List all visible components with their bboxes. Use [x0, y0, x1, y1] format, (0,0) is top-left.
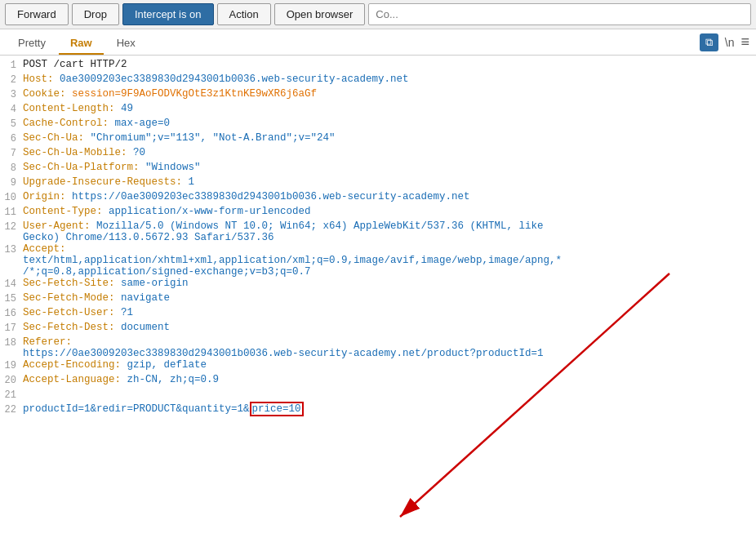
line-number: 7: [0, 147, 23, 159]
line-content: Sec-Fetch-User: ?1: [23, 307, 756, 318]
line-content: Sec-Fetch-Mode: navigate: [23, 292, 756, 304]
line-content: Accept-Language: zh-CN, zh;q=0.9: [23, 374, 756, 385]
table-row: 7Sec-Ch-Ua-Mobile: ?0: [0, 147, 756, 162]
forward-button[interactable]: Forward: [5, 3, 69, 25]
line-content: Sec-Fetch-Dest: document: [23, 322, 756, 333]
table-row: 20Accept-Language: zh-CN, zh;q=0.9: [0, 374, 756, 389]
line-content: Accept: text/html,application/xhtml+xml,…: [23, 243, 756, 278]
table-row: 19Accept-Encoding: gzip, deflate: [0, 359, 756, 374]
line-content: Sec-Fetch-Site: same-origin: [23, 278, 756, 289]
table-row: 2Host: 0ae3009203ec3389830d2943001b0036.…: [0, 73, 756, 88]
line-content: Host: 0ae3009203ec3389830d2943001b0036.w…: [23, 73, 756, 85]
line-content: Content-Type: application/x-www-form-url…: [23, 206, 756, 217]
table-row: 11Content-Type: application/x-www-form-u…: [0, 206, 756, 220]
table-row: 15Sec-Fetch-Mode: navigate: [0, 292, 756, 307]
comment-input[interactable]: [368, 3, 751, 25]
table-row: 8Sec-Ch-Ua-Platform: "Windows": [0, 162, 756, 176]
table-row: 5Cache-Control: max-age=0: [0, 118, 756, 132]
drop-button[interactable]: Drop: [72, 3, 119, 25]
line-number: 18: [0, 336, 23, 349]
line-content: User-Agent: Mozilla/5.0 (Windows NT 10.0…: [23, 220, 756, 243]
line-content: Accept-Encoding: gzip, deflate: [23, 359, 756, 371]
line-number: 5: [0, 118, 23, 130]
tab-pretty[interactable]: Pretty: [7, 33, 57, 55]
price-highlight: price=10: [250, 402, 304, 416]
line-content: Cache-Control: max-age=0: [23, 118, 756, 129]
tabbar: Pretty Raw Hex ⧉ \n ≡: [0, 29, 756, 56]
table-row: 3Cookie: session=9F9AoFODVKgOtE3z1KtnKE9…: [0, 88, 756, 103]
line-number: 8: [0, 162, 23, 174]
copy-icon: ⧉: [705, 36, 713, 48]
line-number: 1: [0, 59, 23, 71]
table-row: 14Sec-Fetch-Site: same-origin: [0, 278, 756, 292]
line-content: POST /cart HTTP/2: [23, 59, 756, 70]
line-number: 14: [0, 278, 23, 290]
toolbar: Forward Drop Intercept is on Action Open…: [0, 0, 756, 29]
table-row: 21: [0, 389, 756, 403]
action-button[interactable]: Action: [217, 3, 271, 25]
line-number: 2: [0, 73, 23, 86]
table-row: 1POST /cart HTTP/2: [0, 59, 756, 73]
line-content: Sec-Ch-Ua: "Chromium";v="113", "Not-A.Br…: [23, 132, 756, 144]
table-row: 17Sec-Fetch-Dest: document: [0, 322, 756, 336]
line-number: 15: [0, 292, 23, 305]
tab-icon-group: ⧉ \n ≡: [700, 33, 749, 55]
line-content: productId=1&redir=PRODUCT&quantity=1&pri…: [23, 403, 756, 415]
table-row: 18Referer: https://0ae3009203ec3389830d2…: [0, 336, 756, 359]
table-row: 6Sec-Ch-Ua: "Chromium";v="113", "Not-A.B…: [0, 132, 756, 147]
line-number: 22: [0, 403, 23, 416]
table-row: 22productId=1&redir=PRODUCT&quantity=1&p…: [0, 403, 756, 418]
line-number: 12: [0, 220, 23, 233]
open-browser-button[interactable]: Open browser: [274, 3, 366, 25]
line-number: 17: [0, 322, 23, 334]
copy-icon-button[interactable]: ⧉: [700, 33, 718, 51]
table-row: 9Upgrade-Insecure-Requests: 1: [0, 176, 756, 191]
line-number: 6: [0, 132, 23, 145]
line-number: 10: [0, 191, 23, 203]
request-content: 1POST /cart HTTP/22Host: 0ae3009203ec338…: [0, 56, 756, 541]
table-row: 10Origin: https://0ae3009203ec3389830d29…: [0, 191, 756, 206]
line-number: 4: [0, 103, 23, 115]
line-number: 11: [0, 206, 23, 218]
line-content: Cookie: session=9F9AoFODVKgOtE3z1KtnKE9w…: [23, 88, 756, 100]
newline-icon[interactable]: \n: [725, 36, 735, 49]
line-number: 16: [0, 307, 23, 319]
line-content: Content-Length: 49: [23, 103, 756, 114]
tab-raw[interactable]: Raw: [59, 33, 104, 55]
table-row: 13Accept: text/html,application/xhtml+xm…: [0, 243, 756, 278]
line-number: 19: [0, 359, 23, 371]
line-number: 20: [0, 374, 23, 386]
menu-icon[interactable]: ≡: [740, 33, 749, 51]
line-number: 9: [0, 176, 23, 189]
line-content: Upgrade-Insecure-Requests: 1: [23, 176, 756, 188]
line-content: Sec-Ch-Ua-Platform: "Windows": [23, 162, 756, 173]
tab-hex[interactable]: Hex: [105, 33, 147, 55]
table-row: 12User-Agent: Mozilla/5.0 (Windows NT 10…: [0, 220, 756, 243]
line-number: 21: [0, 389, 23, 401]
line-content: Origin: https://0ae3009203ec3389830d2943…: [23, 191, 756, 202]
line-number: 13: [0, 243, 23, 256]
table-row: 4Content-Length: 49: [0, 103, 756, 118]
line-content: Sec-Ch-Ua-Mobile: ?0: [23, 147, 756, 158]
line-content: Referer: https://0ae3009203ec3389830d294…: [23, 336, 756, 359]
table-row: 16Sec-Fetch-User: ?1: [0, 307, 756, 322]
intercept-button[interactable]: Intercept is on: [122, 3, 214, 25]
line-number: 3: [0, 88, 23, 100]
